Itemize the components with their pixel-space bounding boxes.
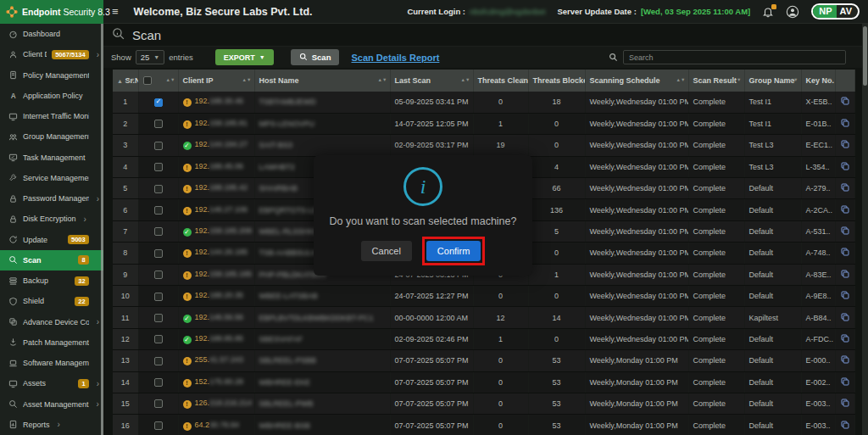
copy-key-icon[interactable]: [840, 226, 850, 236]
copy-key-icon[interactable]: [840, 269, 850, 279]
copy-key-icon[interactable]: [840, 290, 850, 300]
sidebar-item-label: Reports: [23, 421, 50, 429]
row-checkbox[interactable]: [154, 335, 163, 343]
copy-key-icon[interactable]: [840, 312, 850, 322]
cell-group-name: Test I1: [744, 113, 801, 134]
row-checkbox[interactable]: [154, 98, 163, 107]
row-checkbox[interactable]: [154, 120, 163, 128]
cell-threats-blocked: 136: [528, 199, 585, 220]
column-header-threats-cleaned[interactable]: Threats Cleaned▲▼: [473, 70, 528, 92]
row-checkbox[interactable]: [154, 378, 163, 387]
copy-key-icon[interactable]: [840, 398, 850, 408]
copy-key-icon[interactable]: [840, 96, 850, 106]
cancel-button[interactable]: Cancel: [361, 241, 412, 261]
cell-client-ip: !192.188.20.35: [178, 286, 254, 307]
sidebar-item-application-policy[interactable]: AApplication Policy›: [0, 86, 103, 106]
column-header-scan-result[interactable]: Scan Result▲▼: [688, 70, 744, 92]
copy-key-icon[interactable]: [840, 333, 850, 343]
sidebar-item-patch-management[interactable]: Patch Management›: [0, 332, 103, 353]
sidebar-item-disk-encryption[interactable]: Disk Encryption›: [0, 209, 103, 229]
cell-last-scan: 02-09-2025 02:46 PM: [390, 328, 473, 349]
scrollbar-thumb[interactable]: [863, 26, 867, 86]
show-label: Show: [111, 53, 131, 62]
cell-scan-result: Complete: [688, 113, 744, 134]
info-icon: i: [403, 167, 442, 206]
column-header-threats-blocked[interactable]: Threats Blocked▲▼: [528, 70, 585, 92]
row-checkbox[interactable]: [154, 293, 163, 301]
entries-select[interactable]: 25▼: [136, 50, 165, 64]
cell-threats-cleaned: 0: [473, 415, 528, 435]
export-button[interactable]: EXPORT▼: [215, 49, 274, 65]
sidebar-item-client-details[interactable]: Client Details5067/5134›: [0, 44, 103, 64]
scan-button[interactable]: Scan: [291, 49, 340, 65]
row-checkbox[interactable]: [154, 142, 163, 150]
row-checkbox[interactable]: [154, 314, 163, 322]
confirm-button[interactable]: Confirm: [426, 241, 481, 261]
sidebar-item-update[interactable]: Update5003›: [0, 230, 103, 250]
sidebar-item-group-management[interactable]: Group Management›: [0, 126, 103, 147]
copy-key-icon[interactable]: [840, 376, 850, 387]
row-checkbox[interactable]: [154, 399, 163, 408]
copy-key-icon[interactable]: [840, 247, 850, 257]
scan-details-report-link[interactable]: Scan Details Report: [351, 53, 439, 63]
brand-title: Endpoint Security 8.3: [22, 7, 110, 17]
sidebar-item-backup[interactable]: Backup32›: [0, 270, 103, 291]
column-header-select[interactable]: ▲▼: [138, 70, 178, 92]
row-checkbox[interactable]: [154, 227, 163, 236]
sidebar-item-internet-traffic-monitor[interactable]: Internet Traffic Monitor›: [0, 106, 103, 126]
copy-key-icon[interactable]: [840, 118, 850, 128]
cell-scanning-schedule: Weekly,Wednesday 01:00 PM: [585, 135, 688, 156]
cell-scan-result: Complete: [688, 307, 744, 328]
sidebar-item-scan[interactable]: Scan8›: [0, 250, 103, 270]
copy-key-icon[interactable]: [840, 420, 850, 430]
cell-threats-cleaned: 0: [473, 371, 528, 393]
search-input[interactable]: [623, 50, 846, 64]
cell-host-name: SAIT-BS3: [254, 135, 390, 156]
column-header-last-scan[interactable]: Last Scan▲▼: [390, 70, 473, 92]
sidebar-item-advance-device-control[interactable]: Advance Device Control›: [0, 312, 103, 332]
sidebar-item-service-management[interactable]: Service Management›: [0, 168, 103, 188]
sidebar-item-shield[interactable]: Shield22›: [0, 291, 103, 311]
sidebar-item-software-management[interactable]: Software Management›: [0, 353, 103, 373]
sidebar-item-task-management[interactable]: Task Management›: [0, 148, 103, 168]
page-scrollbar[interactable]: [862, 24, 868, 435]
sidebar-item-reports[interactable]: Reports›: [0, 415, 103, 435]
column-header-group-name[interactable]: Group Name▲▼: [744, 70, 801, 92]
cell-select: [138, 113, 178, 134]
copy-key-icon[interactable]: [840, 161, 850, 171]
sidebar-item-assets[interactable]: Assets1›: [0, 373, 103, 393]
row-checkbox[interactable]: [154, 185, 163, 193]
copy-key-icon[interactable]: [840, 354, 850, 365]
cell-group-name: Default: [744, 328, 801, 349]
row-checkbox[interactable]: [154, 421, 163, 430]
user-avatar-icon[interactable]: [786, 5, 799, 19]
column-header-host-name[interactable]: Host Name▲▼: [254, 70, 390, 92]
sidebar-item-asset-management[interactable]: Asset Management›: [0, 394, 103, 415]
row-checkbox[interactable]: [154, 249, 163, 258]
cell-group-name: Default: [744, 243, 801, 264]
copy-key-icon[interactable]: [840, 139, 850, 149]
cell-threats-blocked: 66: [528, 178, 585, 199]
sidebar-item-password-management[interactable]: Password Management›: [0, 188, 103, 209]
row-checkbox[interactable]: [154, 206, 163, 215]
row-checkbox[interactable]: [154, 270, 163, 279]
select-all-checkbox[interactable]: [143, 76, 152, 85]
sidebar-item-label: Service Management: [23, 174, 89, 182]
notifications-bell-icon[interactable]: [762, 6, 774, 18]
column-header-client-ip[interactable]: Client IP▲▼: [178, 70, 254, 92]
sidebar-item-dashboard[interactable]: Dashboard›: [0, 24, 103, 44]
column-header-key-no-[interactable]: Key No.▲▼: [801, 70, 835, 92]
row-checkbox[interactable]: [154, 357, 163, 365]
status-warning-icon: !: [183, 400, 192, 409]
cell-sr-no: 15: [113, 393, 138, 414]
copy-key-icon[interactable]: [840, 182, 850, 192]
row-checkbox[interactable]: [154, 163, 163, 171]
hamburger-menu-icon[interactable]: ≡: [112, 5, 119, 18]
copy-key-icon[interactable]: [840, 204, 850, 215]
sidebar-item-policy-management[interactable]: Policy Management›: [0, 65, 103, 86]
cell-threats-cleaned: 1: [473, 113, 528, 134]
cell-scan-result: Complete: [688, 243, 744, 264]
column-header-scanning-schedule[interactable]: Scanning Schedule▲▼: [585, 70, 688, 92]
column-header-sr-no-[interactable]: ▲ Sr.No.▲▼: [113, 70, 138, 92]
cell-client-ip: ✓192.188.85.85: [178, 328, 254, 349]
